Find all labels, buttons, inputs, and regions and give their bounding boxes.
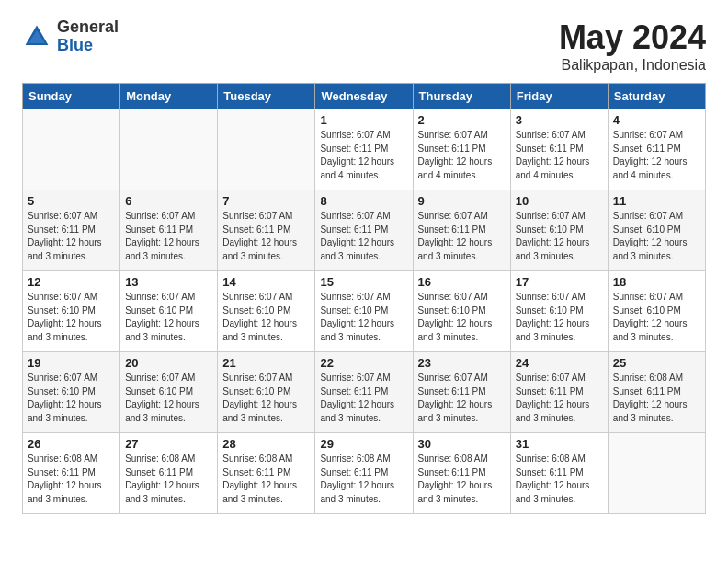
table-row: 13Sunrise: 6:07 AM Sunset: 6:10 PM Dayli… xyxy=(120,271,218,352)
header-saturday: Saturday xyxy=(608,84,705,109)
day-number: 10 xyxy=(516,194,603,208)
day-number: 9 xyxy=(418,194,506,208)
table-row: 9Sunrise: 6:07 AM Sunset: 6:11 PM Daylig… xyxy=(413,190,510,271)
day-number: 13 xyxy=(125,275,212,289)
day-number: 5 xyxy=(28,194,115,208)
table-row: 7Sunrise: 6:07 AM Sunset: 6:11 PM Daylig… xyxy=(218,190,315,271)
main-title: May 2024 xyxy=(559,18,706,57)
header-sunday: Sunday xyxy=(23,84,120,109)
logo-general-text: General xyxy=(57,18,119,37)
day-info: Sunrise: 6:07 AM Sunset: 6:11 PM Dayligh… xyxy=(613,129,700,182)
day-number: 4 xyxy=(613,113,700,127)
day-number: 29 xyxy=(320,437,407,451)
table-row: 10Sunrise: 6:07 AM Sunset: 6:10 PM Dayli… xyxy=(510,190,608,271)
day-info: Sunrise: 6:07 AM Sunset: 6:10 PM Dayligh… xyxy=(222,291,310,344)
header: General Blue May 2024 Balikpapan, Indone… xyxy=(22,18,706,74)
table-row: 6Sunrise: 6:07 AM Sunset: 6:11 PM Daylig… xyxy=(120,190,218,271)
table-row xyxy=(120,109,218,190)
day-number: 11 xyxy=(613,194,700,208)
logo: General Blue xyxy=(22,18,119,55)
header-friday: Friday xyxy=(510,84,608,109)
table-row: 24Sunrise: 6:07 AM Sunset: 6:11 PM Dayli… xyxy=(510,352,608,433)
header-tuesday: Tuesday xyxy=(218,84,315,109)
day-info: Sunrise: 6:07 AM Sunset: 6:11 PM Dayligh… xyxy=(516,129,603,182)
day-info: Sunrise: 6:08 AM Sunset: 6:11 PM Dayligh… xyxy=(222,453,310,506)
table-row: 17Sunrise: 6:07 AM Sunset: 6:10 PM Dayli… xyxy=(510,271,608,352)
day-number: 3 xyxy=(516,113,603,127)
day-info: Sunrise: 6:07 AM Sunset: 6:10 PM Dayligh… xyxy=(613,210,700,263)
table-row: 15Sunrise: 6:07 AM Sunset: 6:10 PM Dayli… xyxy=(315,271,413,352)
table-row: 25Sunrise: 6:08 AM Sunset: 6:11 PM Dayli… xyxy=(608,352,705,433)
logo-text: General Blue xyxy=(57,18,119,55)
table-row: 31Sunrise: 6:08 AM Sunset: 6:11 PM Dayli… xyxy=(510,433,608,514)
day-info: Sunrise: 6:08 AM Sunset: 6:11 PM Dayligh… xyxy=(613,372,700,425)
day-info: Sunrise: 6:08 AM Sunset: 6:11 PM Dayligh… xyxy=(28,453,115,506)
table-row: 29Sunrise: 6:08 AM Sunset: 6:11 PM Dayli… xyxy=(315,433,413,514)
day-info: Sunrise: 6:07 AM Sunset: 6:11 PM Dayligh… xyxy=(418,129,506,182)
day-info: Sunrise: 6:07 AM Sunset: 6:10 PM Dayligh… xyxy=(125,372,212,425)
day-number: 2 xyxy=(418,113,506,127)
day-number: 7 xyxy=(222,194,310,208)
table-row: 23Sunrise: 6:07 AM Sunset: 6:11 PM Dayli… xyxy=(413,352,510,433)
day-info: Sunrise: 6:07 AM Sunset: 6:11 PM Dayligh… xyxy=(222,210,310,263)
table-row: 16Sunrise: 6:07 AM Sunset: 6:10 PM Dayli… xyxy=(413,271,510,352)
day-number: 25 xyxy=(613,356,700,370)
table-row xyxy=(23,109,120,190)
table-row: 27Sunrise: 6:08 AM Sunset: 6:11 PM Dayli… xyxy=(120,433,218,514)
day-info: Sunrise: 6:08 AM Sunset: 6:11 PM Dayligh… xyxy=(320,453,407,506)
day-info: Sunrise: 6:07 AM Sunset: 6:11 PM Dayligh… xyxy=(28,210,115,263)
table-row: 21Sunrise: 6:07 AM Sunset: 6:10 PM Dayli… xyxy=(218,352,315,433)
table-row: 3Sunrise: 6:07 AM Sunset: 6:11 PM Daylig… xyxy=(510,109,608,190)
day-info: Sunrise: 6:07 AM Sunset: 6:10 PM Dayligh… xyxy=(516,291,603,344)
table-row: 8Sunrise: 6:07 AM Sunset: 6:11 PM Daylig… xyxy=(315,190,413,271)
day-number: 28 xyxy=(222,437,310,451)
table-row: 19Sunrise: 6:07 AM Sunset: 6:10 PM Dayli… xyxy=(23,352,120,433)
table-row xyxy=(218,109,315,190)
day-info: Sunrise: 6:07 AM Sunset: 6:11 PM Dayligh… xyxy=(516,372,603,425)
day-info: Sunrise: 6:07 AM Sunset: 6:10 PM Dayligh… xyxy=(222,372,310,425)
day-info: Sunrise: 6:07 AM Sunset: 6:10 PM Dayligh… xyxy=(418,291,506,344)
day-number: 21 xyxy=(222,356,310,370)
day-number: 26 xyxy=(28,437,115,451)
day-number: 8 xyxy=(320,194,407,208)
table-row: 1Sunrise: 6:07 AM Sunset: 6:11 PM Daylig… xyxy=(315,109,413,190)
table-row: 2Sunrise: 6:07 AM Sunset: 6:11 PM Daylig… xyxy=(413,109,510,190)
day-number: 6 xyxy=(125,194,212,208)
subtitle: Balikpapan, Indonesia xyxy=(559,57,706,74)
day-info: Sunrise: 6:08 AM Sunset: 6:11 PM Dayligh… xyxy=(125,453,212,506)
day-info: Sunrise: 6:07 AM Sunset: 6:10 PM Dayligh… xyxy=(320,291,407,344)
day-number: 16 xyxy=(418,275,506,289)
day-number: 20 xyxy=(125,356,212,370)
table-row xyxy=(608,433,705,514)
day-number: 14 xyxy=(222,275,310,289)
day-number: 19 xyxy=(28,356,115,370)
table-row: 4Sunrise: 6:07 AM Sunset: 6:11 PM Daylig… xyxy=(608,109,705,190)
calendar-week-row: 12Sunrise: 6:07 AM Sunset: 6:10 PM Dayli… xyxy=(23,271,706,352)
day-number: 17 xyxy=(516,275,603,289)
table-row: 18Sunrise: 6:07 AM Sunset: 6:10 PM Dayli… xyxy=(608,271,705,352)
calendar-table: Sunday Monday Tuesday Wednesday Thursday… xyxy=(22,83,706,514)
day-info: Sunrise: 6:07 AM Sunset: 6:10 PM Dayligh… xyxy=(613,291,700,344)
day-info: Sunrise: 6:07 AM Sunset: 6:11 PM Dayligh… xyxy=(418,210,506,263)
day-number: 22 xyxy=(320,356,407,370)
table-row: 5Sunrise: 6:07 AM Sunset: 6:11 PM Daylig… xyxy=(23,190,120,271)
day-number: 24 xyxy=(516,356,603,370)
day-info: Sunrise: 6:07 AM Sunset: 6:10 PM Dayligh… xyxy=(28,291,115,344)
table-row: 30Sunrise: 6:08 AM Sunset: 6:11 PM Dayli… xyxy=(413,433,510,514)
calendar-week-row: 26Sunrise: 6:08 AM Sunset: 6:11 PM Dayli… xyxy=(23,433,706,514)
day-number: 15 xyxy=(320,275,407,289)
day-number: 31 xyxy=(516,437,603,451)
header-thursday: Thursday xyxy=(413,84,510,109)
day-number: 1 xyxy=(320,113,407,127)
logo-icon xyxy=(22,22,51,52)
day-info: Sunrise: 6:07 AM Sunset: 6:11 PM Dayligh… xyxy=(320,210,407,263)
calendar-week-row: 5Sunrise: 6:07 AM Sunset: 6:11 PM Daylig… xyxy=(23,190,706,271)
day-info: Sunrise: 6:07 AM Sunset: 6:11 PM Dayligh… xyxy=(125,210,212,263)
calendar-week-row: 19Sunrise: 6:07 AM Sunset: 6:10 PM Dayli… xyxy=(23,352,706,433)
table-row: 22Sunrise: 6:07 AM Sunset: 6:11 PM Dayli… xyxy=(315,352,413,433)
table-row: 20Sunrise: 6:07 AM Sunset: 6:10 PM Dayli… xyxy=(120,352,218,433)
table-row: 26Sunrise: 6:08 AM Sunset: 6:11 PM Dayli… xyxy=(23,433,120,514)
day-info: Sunrise: 6:08 AM Sunset: 6:11 PM Dayligh… xyxy=(516,453,603,506)
day-number: 27 xyxy=(125,437,212,451)
day-info: Sunrise: 6:08 AM Sunset: 6:11 PM Dayligh… xyxy=(418,453,506,506)
